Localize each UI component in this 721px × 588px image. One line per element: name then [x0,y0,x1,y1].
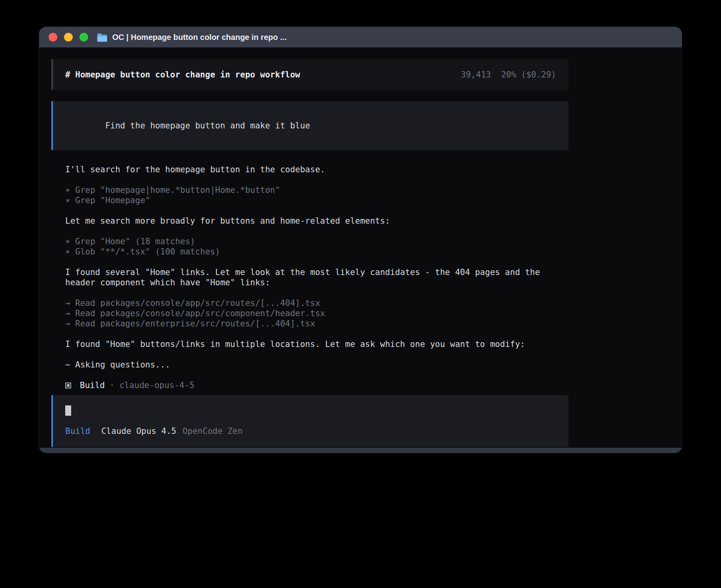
transcript-line: → Read packages/console/app/src/routes/[… [65,298,568,308]
transcript-line: I found "Home" buttons/links in multiple… [65,339,568,349]
zoom-button[interactable] [79,33,88,41]
text-cursor-icon [65,405,71,416]
transcript-line: ∗ Grep "Home" (18 matches) [65,236,568,247]
transcript-line: Let me search more broadly for buttons a… [65,216,568,226]
input-model-label: Claude Opus 4.5 [101,426,176,436]
transcript-line: → Read packages/console/app/src/componen… [65,308,568,318]
input-meta: Build Claude Opus 4.5 OpenCode Zen [65,426,556,436]
transcript-line: ~ Asking questions... [65,360,568,370]
window-bottom-edge [39,448,682,453]
minimize-button[interactable] [64,33,73,41]
input-provider-label: OpenCode Zen [183,426,243,436]
session-stats: 39,413 20% ($0.29) [461,70,556,80]
close-button[interactable] [49,33,57,41]
session-title: # Homepage button color change in repo w… [65,70,300,80]
context-usage: 20% ($0.29) [501,70,556,80]
agent-model: claude-opus-4-5 [119,380,194,390]
separator-dot-icon: · [109,380,115,390]
user-message-text: Find the homepage button and make it blu… [105,121,310,130]
folder-icon [97,33,108,42]
traffic-lights [49,33,88,41]
transcript-line: ∗ Grep "homepage|home.*button|Home.*butt… [65,185,568,195]
agent-icon [65,383,71,388]
agent-name: Build [80,380,105,390]
input-agent-label[interactable]: Build [65,426,90,436]
transcript-line: I'll search for the homepage button in t… [65,164,568,175]
transcript-line: I found several "Home" links. Let me loo… [65,267,568,288]
user-message: Find the homepage button and make it blu… [51,101,568,150]
transcript-line: ∗ Grep "Homepage" [65,195,568,205]
assistant-transcript: I'll search for the homepage button in t… [51,164,568,370]
token-count: 39,413 [461,70,491,80]
transcript-line: → Read packages/enterprise/src/routes/[.… [65,318,568,329]
agent-status-row: Build · claude-opus-4-5 [51,380,568,390]
session-header: # Homepage button color change in repo w… [51,59,568,90]
window-titlebar[interactable]: OC | Homepage button color change in rep… [39,27,682,47]
transcript-line: ∗ Glob "**/*.tsx" (100 matches) [65,247,568,257]
prompt-input[interactable]: Build Claude Opus 4.5 OpenCode Zen [51,395,568,447]
window-title: OC | Homepage button color change in rep… [112,33,287,42]
terminal-window: OC | Homepage button color change in rep… [39,27,682,453]
terminal-content: # Homepage button color change in repo w… [39,47,682,453]
